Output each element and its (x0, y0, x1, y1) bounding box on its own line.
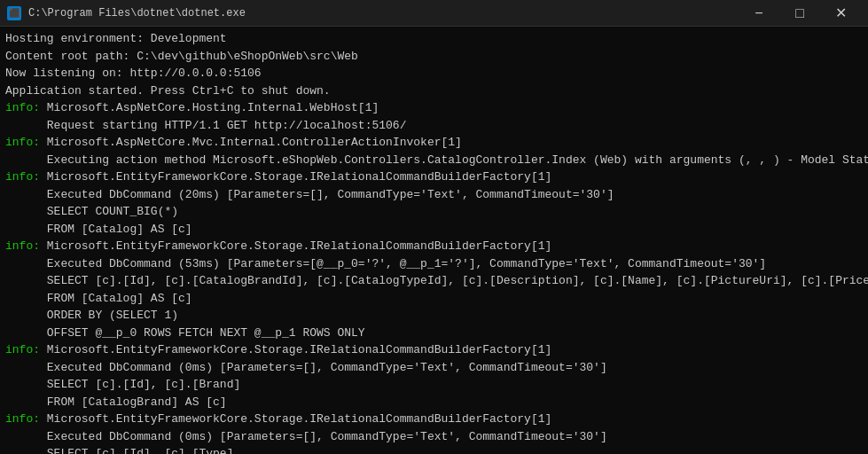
console-line: info: Microsoft.EntityFrameworkCore.Stor… (5, 411, 863, 428)
console-line: SELECT [c].[Id], [c].[CatalogBrandId], [… (5, 272, 863, 290)
maximize-button[interactable]: □ (779, 0, 820, 27)
console-line: Request starting HTTP/1.1 GET http://loc… (5, 117, 863, 135)
console-line: Executing action method Microsoft.eShopW… (5, 152, 863, 169)
console-line: info: Microsoft.EntityFrameworkCore.Stor… (5, 238, 863, 255)
title-bar-left: ⬛ C:\Program Files\dotnet\dotnet.exe (7, 6, 246, 20)
title-bar: ⬛ C:\Program Files\dotnet\dotnet.exe − □… (0, 0, 868, 27)
minimize-button[interactable]: − (739, 0, 779, 27)
console-output: Hosting environment: DevelopmentContent … (0, 27, 868, 454)
console-line: SELECT COUNT_BIG(*) (5, 203, 863, 221)
console-line: FROM [Catalog] AS [c] (5, 290, 863, 308)
app-icon: ⬛ (7, 6, 21, 20)
app-icon-symbol: ⬛ (9, 8, 20, 19)
console-line: info: Microsoft.AspNetCore.Mvc.Internal.… (5, 134, 863, 152)
console-line: Hosting environment: Development (5, 30, 863, 48)
console-line: Executed DbCommand (0ms) [Parameters=[],… (5, 428, 863, 446)
console-line: info: Microsoft.EntityFrameworkCore.Stor… (5, 341, 863, 359)
console-line: ORDER BY (SELECT 1) (5, 307, 863, 325)
close-button[interactable]: ✕ (820, 0, 861, 27)
console-line: SELECT [c].[Id], [c].[Type] (5, 445, 863, 454)
console-line: Executed DbCommand (20ms) [Parameters=[]… (5, 186, 863, 204)
window: ⬛ C:\Program Files\dotnet\dotnet.exe − □… (0, 0, 868, 454)
console-line: OFFSET @__p_0 ROWS FETCH NEXT @__p_1 ROW… (5, 325, 863, 342)
console-line: Executed DbCommand (0ms) [Parameters=[],… (5, 359, 863, 377)
console-line: Application started. Press Ctrl+C to shu… (5, 82, 863, 100)
console-line: info: Microsoft.EntityFrameworkCore.Stor… (5, 168, 863, 186)
console-line: Now listening on: http://0.0.0.0:5106 (5, 65, 863, 82)
console-line: Executed DbCommand (53ms) [Parameters=[@… (5, 255, 863, 273)
console-line: info: Microsoft.AspNetCore.Hosting.Inter… (5, 99, 863, 117)
console-line: FROM [CatalogBrand] AS [c] (5, 394, 863, 411)
window-controls: − □ ✕ (739, 0, 861, 27)
console-line: FROM [Catalog] AS [c] (5, 221, 863, 239)
console-line: Content root path: C:\dev\github\eShopOn… (5, 48, 863, 66)
window-title: C:\Program Files\dotnet\dotnet.exe (28, 7, 246, 20)
console-line: SELECT [c].[Id], [c].[Brand] (5, 376, 863, 394)
